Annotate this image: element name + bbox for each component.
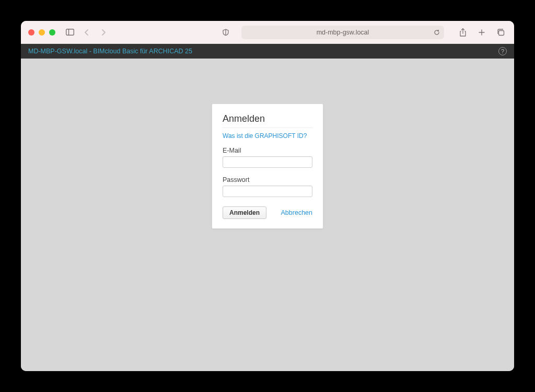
toolbar-right — [457, 26, 507, 39]
privacy-shield-icon[interactable] — [219, 26, 232, 39]
email-field[interactable] — [223, 156, 312, 168]
submit-button[interactable]: Anmelden — [223, 206, 266, 219]
login-title: Anmelden — [223, 113, 312, 128]
nav-back-button[interactable] — [80, 26, 93, 39]
login-actions: Anmelden Abbrechen — [223, 206, 312, 219]
content-area: Anmelden Was ist die GRAPHISOFT ID? E-Ma… — [21, 59, 514, 371]
help-icon[interactable]: ? — [498, 47, 507, 55]
browser-window: md-mbp-gsw.local MD-MBP-GSW.local - BIMc… — [21, 21, 514, 371]
minimize-window-button[interactable] — [39, 29, 45, 36]
new-tab-icon[interactable] — [475, 26, 488, 39]
app-header: MD-MBP-GSW.local - BIMcloud Basic für AR… — [21, 44, 514, 59]
sidebar-toggle-icon[interactable] — [64, 26, 76, 39]
login-card: Anmelden Was ist die GRAPHISOFT ID? E-Ma… — [212, 103, 323, 229]
svg-rect-0 — [66, 29, 74, 36]
address-bar[interactable]: md-mbp-gsw.local — [241, 26, 444, 39]
nav-forward-button[interactable] — [97, 26, 110, 39]
close-window-button[interactable] — [28, 29, 34, 36]
maximize-window-button[interactable] — [49, 29, 55, 36]
svg-rect-4 — [498, 30, 504, 35]
app-header-title: MD-MBP-GSW.local - BIMcloud Basic für AR… — [28, 48, 192, 55]
graphisoft-id-help-link[interactable]: Was ist die GRAPHISOFT ID? — [223, 132, 312, 140]
email-label: E-Mail — [223, 147, 312, 154]
reload-icon[interactable] — [434, 29, 440, 36]
share-icon[interactable] — [457, 26, 469, 39]
password-label: Passwort — [223, 176, 312, 183]
cancel-button[interactable]: Abbrechen — [281, 209, 312, 216]
password-field[interactable] — [223, 186, 312, 197]
address-bar-url: md-mbp-gsw.local — [317, 29, 369, 36]
window-controls — [28, 29, 55, 36]
tab-overview-icon[interactable] — [494, 26, 507, 39]
browser-chrome: md-mbp-gsw.local — [21, 21, 514, 44]
